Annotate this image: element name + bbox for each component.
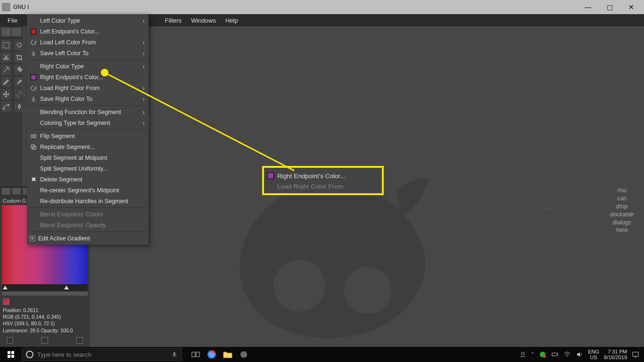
start-button[interactable] xyxy=(0,347,22,362)
mic-icon[interactable] xyxy=(171,351,178,358)
annotation-dot xyxy=(101,69,108,76)
menu-windows[interactable]: Windows xyxy=(186,15,221,26)
menu-save-left-color[interactable]: Save Left Color To› xyxy=(27,48,149,58)
battery-icon[interactable] xyxy=(551,351,559,358)
menu-right-color-type[interactable]: Right Color Type› xyxy=(27,61,149,72)
svg-point-24 xyxy=(521,352,524,355)
search-placeholder: Type here to search xyxy=(37,351,171,358)
svg-rect-27 xyxy=(552,353,557,356)
menu-delete-segment[interactable]: ✖Delete Segment xyxy=(27,174,149,185)
gradient-info: Position: 0.2611 RGB (0.721, 0.144, 0.34… xyxy=(0,307,75,334)
svg-rect-17 xyxy=(11,355,14,358)
volume-icon[interactable] xyxy=(576,351,583,358)
menu-split-uniform[interactable]: Split Segment Uniformly... xyxy=(27,163,149,174)
maximize-button[interactable]: ▢ xyxy=(599,0,620,14)
clock[interactable]: 7:31 PM8/16/2019 xyxy=(604,349,627,360)
menu-redistribute-handles[interactable]: Re-distribute Handles in Segment xyxy=(27,196,149,206)
gradient-tool[interactable] xyxy=(14,89,25,99)
zoom-out-button[interactable] xyxy=(7,337,13,344)
tray-chevron-icon[interactable]: ˄ xyxy=(531,352,534,358)
menu-coloring-type[interactable]: Coloring Type for Segment› xyxy=(27,117,149,128)
panel-tab[interactable] xyxy=(12,188,21,195)
paintbrush-tool[interactable] xyxy=(14,77,25,87)
dock-drag-handle[interactable]: ⋮ xyxy=(542,206,550,213)
bucket-tool[interactable] xyxy=(14,65,25,75)
panel-tab[interactable] xyxy=(2,188,10,195)
svg-point-8 xyxy=(8,105,9,106)
svg-rect-19 xyxy=(192,352,195,357)
zoom-fit-button[interactable] xyxy=(76,337,83,344)
pencil-tool[interactable] xyxy=(1,77,11,87)
minimize-button[interactable]: — xyxy=(577,0,599,14)
toolbox-tab-icon[interactable] xyxy=(12,28,21,36)
svg-point-1 xyxy=(4,58,6,60)
menu-save-right-color[interactable]: Save Right Color To› xyxy=(27,93,149,104)
app-icon xyxy=(2,3,10,11)
menu-filters[interactable]: Filters xyxy=(160,15,186,26)
menu-load-left-color[interactable]: Load Left Color From› xyxy=(27,37,149,48)
people-icon[interactable] xyxy=(519,351,527,358)
path-tool[interactable] xyxy=(1,101,11,112)
smudge-tool[interactable] xyxy=(14,101,25,112)
svg-point-26 xyxy=(543,355,546,358)
chrome-icon[interactable] xyxy=(205,348,219,361)
menu-blend-opacity: Blend Endpoints' Opacity xyxy=(27,220,149,230)
gimp-taskbar-icon[interactable] xyxy=(237,348,251,361)
crop-tool[interactable] xyxy=(14,52,25,63)
toolbox-tab-icon[interactable] xyxy=(1,28,11,36)
menu-flip-segment[interactable]: Flip Segment xyxy=(27,131,149,141)
callout-cutoff-text: Load Right Color From xyxy=(264,183,382,189)
svg-rect-28 xyxy=(557,354,558,355)
svg-rect-16 xyxy=(8,355,10,358)
close-button[interactable]: ✕ xyxy=(620,0,642,14)
system-tray: ˄ ENGUS 7:31 PM8/16/2019 xyxy=(519,349,644,360)
task-view-icon[interactable] xyxy=(189,348,203,361)
language-indicator[interactable]: ENGUS xyxy=(588,349,599,360)
taskbar-search[interactable]: Type here to search xyxy=(22,348,182,361)
window-title: GNU I xyxy=(13,4,577,10)
measure-tool[interactable] xyxy=(1,65,11,75)
svg-rect-15 xyxy=(11,351,14,354)
svg-rect-6 xyxy=(20,95,22,97)
menu-blend-colors: Blend Endpoints' Colors xyxy=(27,209,149,220)
menu-replicate-segment[interactable]: Replicate Segment... xyxy=(27,141,149,152)
svg-rect-0 xyxy=(3,42,9,48)
menu-split-midpoint[interactable]: Split Segment at Midpoint xyxy=(27,152,149,163)
svg-rect-4 xyxy=(17,91,18,93)
menu-help[interactable]: Help xyxy=(221,15,243,26)
window-titlebar: GNU I — ▢ ✕ xyxy=(0,0,644,14)
explorer-icon[interactable] xyxy=(221,348,235,361)
wifi-icon[interactable] xyxy=(563,351,571,358)
rect-select-tool[interactable] xyxy=(1,40,11,50)
notifications-icon[interactable] xyxy=(632,351,639,358)
zoom-in-button[interactable] xyxy=(41,337,48,344)
dock-drop-hint: Youcandrop dockabledialogshere xyxy=(610,187,634,234)
svg-point-2 xyxy=(7,58,8,60)
svg-rect-14 xyxy=(8,351,10,354)
svg-rect-29 xyxy=(633,352,638,356)
svg-rect-20 xyxy=(196,352,199,357)
callout-right-endpoint-color: Right Endpoint's Color... xyxy=(264,170,382,182)
move-tool[interactable] xyxy=(1,89,11,99)
menu-load-right-color[interactable]: Load Right Color From› xyxy=(27,82,149,93)
gradient-segment-slider[interactable] xyxy=(2,284,88,291)
menu-left-color-type[interactable]: Left Color Type› xyxy=(27,15,149,26)
wilber-mascot-bg xyxy=(198,173,462,347)
free-select-tool[interactable] xyxy=(14,40,25,50)
taskbar-apps xyxy=(189,348,251,361)
menu-blending-function[interactable]: Blending Function for Segment› xyxy=(27,107,149,117)
gradient-scrollbar[interactable] xyxy=(2,292,88,296)
gradient-sample-swatch xyxy=(3,298,9,305)
scissors-tool[interactable] xyxy=(1,52,11,63)
menu-right-endpoint-color[interactable]: Right Endpoint's Color... xyxy=(27,72,149,82)
svg-point-7 xyxy=(3,108,5,110)
menu-recenter-midpoint[interactable]: Re-center Segment's Midpoint xyxy=(27,185,149,196)
menu-file[interactable]: File xyxy=(3,15,22,26)
menu-edit-active-gradient[interactable]: ✕Edit Active Gradient xyxy=(27,233,149,244)
security-icon[interactable] xyxy=(539,351,546,358)
svg-rect-10 xyxy=(34,135,36,138)
menu-left-endpoint-color[interactable]: Left Endpoint's Color... xyxy=(27,26,149,37)
svg-rect-18 xyxy=(173,352,175,355)
svg-rect-5 xyxy=(18,93,20,95)
windows-taskbar: Type here to search ˄ ENGUS 7:31 PM8/16/… xyxy=(0,347,644,362)
